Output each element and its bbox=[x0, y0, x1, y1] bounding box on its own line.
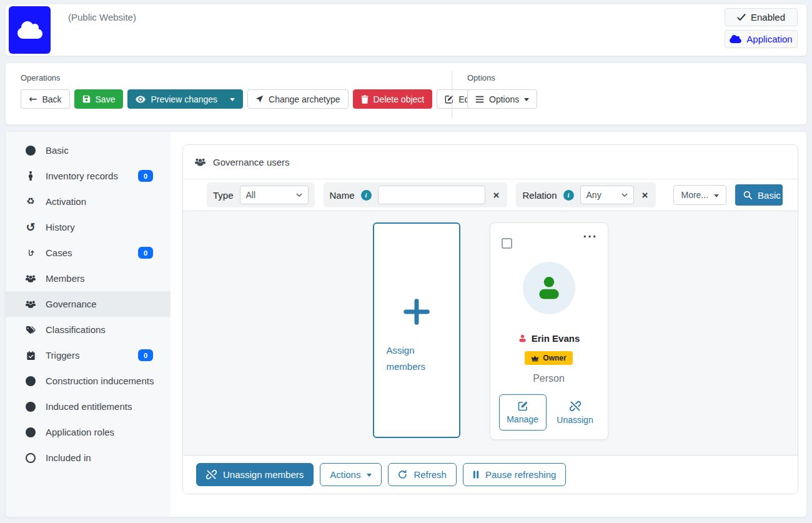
sidebar-item-label: Cases bbox=[46, 247, 72, 258]
circle-outline-icon bbox=[24, 453, 37, 463]
back-button-label: Back bbox=[42, 94, 61, 104]
users-icon bbox=[24, 300, 37, 309]
refresh-icon bbox=[398, 470, 407, 479]
options-button[interactable]: Options bbox=[467, 89, 537, 109]
search-submit[interactable]: Basic bbox=[735, 184, 783, 206]
clear-relation-filter-icon[interactable]: × bbox=[640, 190, 650, 201]
panel-footer: Unassign members Actions Refresh Pause r… bbox=[183, 455, 798, 494]
bars-icon bbox=[475, 96, 484, 103]
tags-icon bbox=[24, 326, 37, 334]
relation-filter-group: Relation i Any × bbox=[516, 182, 656, 207]
member-name[interactable]: Erin Evans bbox=[532, 333, 580, 344]
object-header-card: (Public Website) Enabled Application bbox=[5, 4, 807, 56]
member-checkbox[interactable] bbox=[502, 238, 512, 249]
more-filters-button[interactable]: More... bbox=[673, 185, 726, 205]
manage-button-label: Manage bbox=[507, 414, 538, 424]
application-badge[interactable]: Application bbox=[725, 30, 798, 48]
avatar bbox=[523, 262, 575, 314]
users-icon bbox=[194, 157, 206, 167]
sidebar-item-label: Construction inducements bbox=[46, 376, 154, 386]
chevron-down-icon[interactable] bbox=[230, 98, 235, 101]
sidebar-item-construction-inducements[interactable]: Construction inducements bbox=[6, 368, 171, 394]
recycle-icon: ♻ bbox=[24, 197, 37, 206]
chevron-down-icon bbox=[367, 474, 372, 477]
search-filter-bar: Type All Name i × Relation i Any bbox=[183, 179, 798, 211]
info-icon: i bbox=[361, 190, 372, 201]
back-button[interactable]: ← Back bbox=[21, 89, 70, 109]
name-filter-input[interactable] bbox=[378, 186, 485, 204]
sidebar-item-members[interactable]: Members bbox=[6, 266, 171, 291]
location-arrow-icon bbox=[255, 95, 264, 103]
search-mode-button[interactable]: Basic bbox=[735, 184, 783, 206]
toolbar-divider bbox=[452, 71, 452, 118]
page: (Public Website) Enabled Application Ope… bbox=[0, 0, 812, 523]
cloud-icon bbox=[17, 20, 42, 40]
unassign-members-button[interactable]: Unassign members bbox=[196, 463, 314, 486]
circle-icon bbox=[24, 376, 37, 386]
sidebar-item-label: Classifications bbox=[46, 324, 106, 335]
details-sidebar: Basic Inventory records 0 ♻ Activation ↺… bbox=[6, 132, 171, 517]
preview-changes-label: Preview changes bbox=[151, 94, 217, 104]
chevron-down-icon bbox=[621, 193, 628, 197]
sidebar-item-cases[interactable]: Cases 0 bbox=[6, 240, 171, 266]
save-icon bbox=[82, 95, 91, 103]
sidebar-item-governance[interactable]: Governance bbox=[6, 291, 171, 317]
eye-icon bbox=[136, 96, 146, 103]
change-archetype-label: Change archetype bbox=[269, 94, 340, 104]
sidebar-item-activation[interactable]: ♻ Activation bbox=[6, 189, 171, 214]
sidebar-item-basic[interactable]: Basic bbox=[6, 137, 171, 163]
manage-button[interactable]: Manage bbox=[499, 394, 547, 431]
application-logo bbox=[9, 6, 51, 54]
member-card-actions: Manage Unassign bbox=[499, 394, 599, 431]
actions-button-label: Actions bbox=[330, 469, 360, 480]
actions-button[interactable]: Actions bbox=[320, 463, 382, 486]
more-filters-label: More... bbox=[681, 190, 708, 200]
type-select[interactable]: All bbox=[240, 186, 309, 204]
delete-object-label: Delete object bbox=[374, 94, 425, 104]
assign-members-label: Assign members bbox=[387, 342, 443, 374]
sidebar-item-included-in[interactable]: Included in bbox=[6, 445, 171, 471]
operations-buttons: ← Back Save Preview changes Change arche… bbox=[21, 89, 498, 109]
search-icon bbox=[743, 191, 752, 199]
unassign-button[interactable]: Unassign bbox=[552, 394, 599, 431]
operations-section-label: Operations bbox=[21, 73, 61, 82]
count-badge: 0 bbox=[138, 247, 153, 259]
relation-badge-label: Owner bbox=[543, 354, 566, 362]
clear-name-filter-icon[interactable]: × bbox=[492, 190, 502, 201]
type-filter-label: Type bbox=[213, 190, 234, 201]
turn-up-icon bbox=[24, 249, 37, 257]
options-button-label: Options bbox=[489, 94, 519, 104]
sidebar-item-label: Governance bbox=[46, 299, 97, 309]
sidebar-item-classifications[interactable]: Classifications bbox=[6, 317, 171, 342]
change-archetype-button[interactable]: Change archetype bbox=[247, 89, 348, 109]
preview-changes-button[interactable]: Preview changes bbox=[127, 89, 243, 109]
operations-card: Operations ← Back Save Preview changes C… bbox=[5, 62, 807, 125]
sidebar-item-history[interactable]: ↺ History bbox=[6, 214, 171, 240]
save-button-label: Save bbox=[96, 94, 116, 104]
save-button[interactable]: Save bbox=[74, 89, 124, 109]
circle-icon bbox=[24, 402, 37, 412]
sidebar-item-label: Inventory records bbox=[46, 171, 118, 181]
unassign-members-label: Unassign members bbox=[223, 469, 304, 480]
card-menu-icon[interactable]: ··· bbox=[583, 229, 598, 244]
panel-header: Governance users bbox=[183, 145, 798, 179]
unlink-icon bbox=[570, 401, 581, 412]
unlink-icon bbox=[206, 469, 217, 480]
sidebar-item-inventory-records[interactable]: Inventory records 0 bbox=[6, 163, 171, 189]
pause-refreshing-button[interactable]: Pause refreshing bbox=[463, 463, 566, 486]
enabled-badge[interactable]: Enabled bbox=[725, 8, 798, 26]
sidebar-item-label: Induced entitlements bbox=[46, 401, 132, 412]
assign-members-tile[interactable]: Assign members bbox=[373, 222, 460, 438]
delete-object-button[interactable]: Delete object bbox=[353, 89, 433, 109]
user-icon bbox=[518, 334, 527, 343]
sidebar-item-application-roles[interactable]: Application roles bbox=[6, 419, 171, 445]
sidebar-item-label: Triggers bbox=[46, 350, 79, 361]
refresh-button[interactable]: Refresh bbox=[388, 463, 457, 486]
sidebar-item-induced-entitlements[interactable]: Induced entitlements bbox=[6, 394, 171, 419]
enabled-badge-label: Enabled bbox=[751, 12, 785, 22]
object-subtitle: (Public Website) bbox=[68, 12, 136, 22]
relation-select[interactable]: Any bbox=[580, 186, 634, 204]
sidebar-item-triggers[interactable]: Triggers 0 bbox=[6, 342, 171, 368]
panel-title: Governance users bbox=[213, 157, 290, 167]
edit-icon bbox=[518, 401, 528, 411]
